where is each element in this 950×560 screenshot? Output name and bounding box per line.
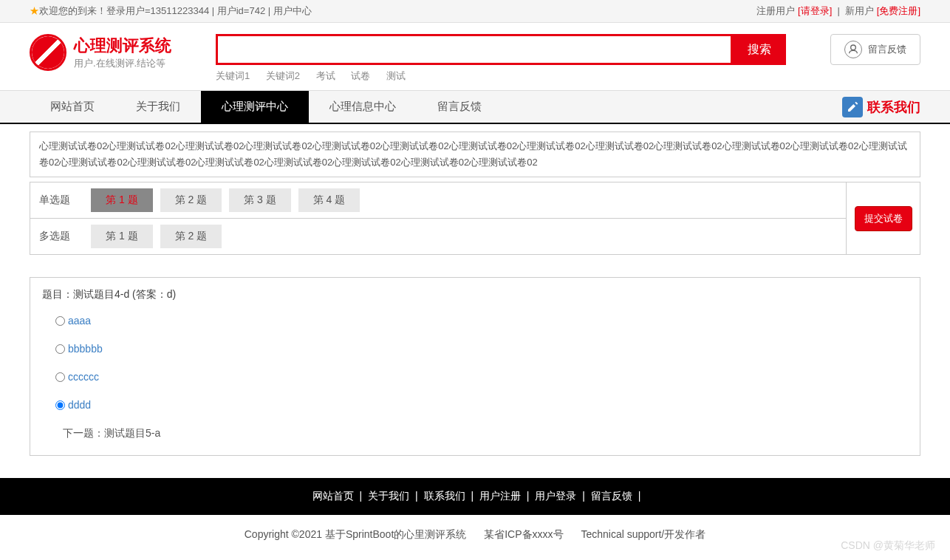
- welcome-label[interactable]: 欢迎您的到来！登录用户=13511223344 | 用户id=742 | 用户中…: [39, 5, 312, 16]
- keyword-link[interactable]: 试卷: [351, 70, 370, 81]
- svg-point-0: [851, 45, 856, 50]
- headset-icon: [844, 41, 862, 58]
- logo-icon: [30, 34, 66, 71]
- welcome-text: ★欢迎您的到来！登录用户=13511223344 | 用户id=742 | 用户…: [30, 4, 312, 18]
- keyword-link[interactable]: 关键词2: [266, 70, 300, 81]
- new-user-label: 新用户: [845, 5, 874, 16]
- nav-bar: 网站首页 关于我们 心理测评中心 心理信息中心 留言反馈 联系我们: [0, 90, 950, 124]
- question-nav-table: 单选题 第 1 题 第 2 题 第 3 题 第 4 题 多选题 第 1 题 第 …: [30, 182, 920, 255]
- free-register-link[interactable]: [免费注册]: [877, 5, 920, 16]
- description-box: 心理测试试卷02心理测试试卷02心理测试试卷02心理测试试卷02心理测试试卷02…: [30, 132, 920, 177]
- answer-box: 题目：测试题目4-d (答案：d) aaaa bbbbbb cccccc ddd…: [30, 277, 920, 456]
- logo-subtitle: 用户.在线测评.结论等: [74, 57, 171, 70]
- logo-area[interactable]: 心理测评系统 用户.在线测评.结论等: [30, 34, 171, 71]
- pencil-icon: [842, 97, 863, 117]
- option-d[interactable]: dddd: [55, 399, 908, 411]
- login-link[interactable]: [请登录]: [798, 5, 832, 16]
- question-4-button[interactable]: 第 4 题: [298, 188, 360, 212]
- multi-choice-label: 多选题: [39, 230, 91, 243]
- submit-exam-button[interactable]: 提交试卷: [855, 206, 912, 231]
- keyword-link[interactable]: 考试: [316, 70, 335, 81]
- nav-info[interactable]: 心理信息中心: [309, 91, 417, 123]
- search-input[interactable]: [216, 34, 733, 65]
- copyright-text: Copyright ©2021 基于SprintBoot的心里测评系统: [245, 528, 467, 540]
- multi-question-1-button[interactable]: 第 1 题: [91, 225, 153, 248]
- radio-d[interactable]: [55, 400, 65, 410]
- question-2-button[interactable]: 第 2 题: [160, 188, 222, 212]
- search-button[interactable]: 搜索: [733, 34, 786, 65]
- footer-copyright: Copyright ©2021 基于SprintBoot的心里测评系统 某省IC…: [0, 515, 950, 555]
- footer-login-link[interactable]: 用户登录: [535, 490, 576, 502]
- option-c-label[interactable]: cccccc: [68, 371, 99, 383]
- header: 心理测评系统 用户.在线测评.结论等 搜索 关键词1 关键词2 考试 试卷 测试…: [0, 23, 950, 90]
- option-c[interactable]: cccccc: [55, 371, 908, 383]
- feedback-label: 留言反馈: [868, 43, 906, 56]
- single-choice-row: 单选题 第 1 题 第 2 题 第 3 题 第 4 题: [30, 182, 846, 219]
- nav-home[interactable]: 网站首页: [30, 91, 115, 123]
- footer-feedback-link[interactable]: 留言反馈: [591, 490, 632, 502]
- next-question-link[interactable]: 下一题：测试题目5-a: [63, 427, 908, 440]
- search-area: 搜索 关键词1 关键词2 考试 试卷 测试: [216, 34, 786, 83]
- star-icon: ★: [30, 5, 39, 16]
- tech-support-link[interactable]: Technical support/开发作者: [581, 528, 705, 540]
- footer-home-link[interactable]: 网站首页: [312, 490, 354, 502]
- keyword-link[interactable]: 测试: [386, 70, 406, 81]
- contact-us-link[interactable]: 联系我们: [842, 97, 920, 117]
- option-d-label[interactable]: dddd: [68, 399, 91, 411]
- question-1-button[interactable]: 第 1 题: [91, 188, 153, 212]
- footer-about-link[interactable]: 关于我们: [368, 490, 409, 502]
- reg-user-label: 注册用户: [756, 5, 795, 16]
- logo-title: 心理测评系统: [74, 35, 171, 57]
- footer-contact-link[interactable]: 联系我们: [424, 490, 465, 502]
- radio-a[interactable]: [55, 316, 65, 326]
- multi-choice-row: 多选题 第 1 题 第 2 题: [30, 219, 846, 254]
- footer-register-link[interactable]: 用户注册: [479, 490, 521, 502]
- content: 心理测试试卷02心理测试试卷02心理测试试卷02心理测试试卷02心理测试试卷02…: [0, 124, 950, 463]
- nav-assessment[interactable]: 心理测评中心: [201, 91, 309, 123]
- option-a-label[interactable]: aaaa: [68, 315, 91, 327]
- nav-feedback[interactable]: 留言反馈: [417, 91, 502, 123]
- keyword-link[interactable]: 关键词1: [216, 70, 250, 81]
- radio-c[interactable]: [55, 372, 65, 382]
- search-keywords: 关键词1 关键词2 考试 试卷 测试: [216, 69, 786, 83]
- question-3-button[interactable]: 第 3 题: [229, 188, 291, 212]
- option-b[interactable]: bbbbbb: [55, 343, 908, 355]
- radio-b[interactable]: [55, 344, 65, 354]
- top-right-links: 注册用户 [请登录] | 新用户 [免费注册]: [756, 4, 920, 18]
- single-choice-label: 单选题: [39, 194, 91, 207]
- watermark: CSDN @黄菊华老师: [841, 539, 935, 553]
- nav-items: 网站首页 关于我们 心理测评中心 心理信息中心 留言反馈: [30, 91, 502, 123]
- nav-about[interactable]: 关于我们: [115, 91, 201, 123]
- option-a[interactable]: aaaa: [55, 315, 908, 327]
- top-bar: ★欢迎您的到来！登录用户=13511223344 | 用户id=742 | 用户…: [0, 0, 950, 23]
- feedback-button[interactable]: 留言反馈: [830, 34, 920, 65]
- multi-question-2-button[interactable]: 第 2 题: [160, 225, 222, 248]
- option-b-label[interactable]: bbbbbb: [68, 343, 103, 355]
- icp-text: 某省ICP备xxxx号: [484, 528, 563, 540]
- contact-label: 联系我们: [867, 98, 920, 116]
- question-title: 题目：测试题目4-d (答案：d): [42, 288, 908, 301]
- footer-nav: 网站首页 | 关于我们 | 联系我们 | 用户注册 | 用户登录 | 留言反馈 …: [0, 478, 950, 515]
